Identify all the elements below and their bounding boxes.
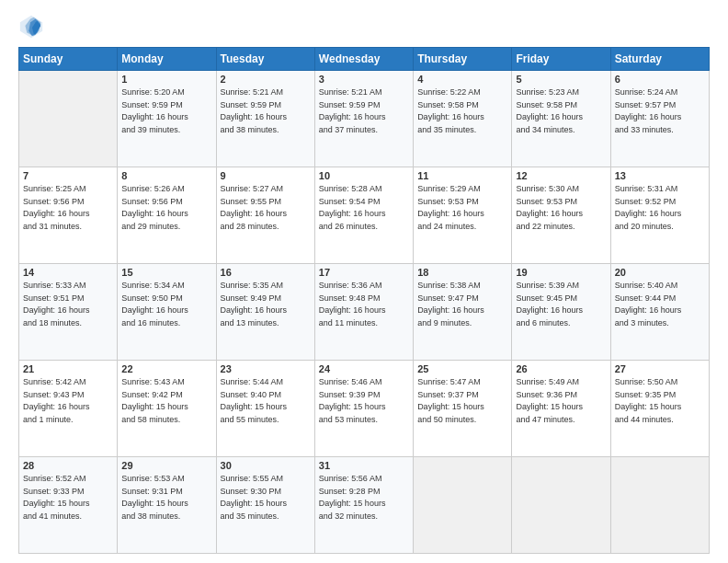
day-number: 9 [221, 170, 311, 181]
day-number: 5 [516, 74, 606, 85]
calendar-cell-3-3: 16Sunrise: 5:35 AM Sunset: 9:49 PM Dayli… [216, 264, 314, 361]
calendar-cell-3-5: 18Sunrise: 5:38 AM Sunset: 9:47 PM Dayli… [414, 264, 512, 361]
calendar-cell-4-7: 27Sunrise: 5:50 AM Sunset: 9:35 PM Dayli… [610, 361, 709, 457]
day-info: Sunrise: 5:36 AM Sunset: 9:48 PM Dayligh… [319, 280, 409, 329]
calendar-cell-1-4: 3Sunrise: 5:21 AM Sunset: 9:59 PM Daylig… [314, 71, 413, 167]
day-info: Sunrise: 5:27 AM Sunset: 9:55 PM Dayligh… [221, 183, 311, 233]
day-info: Sunrise: 5:50 AM Sunset: 9:35 PM Dayligh… [615, 376, 705, 426]
page: SundayMondayTuesdayWednesdayThursdayFrid… [0, 0, 728, 563]
day-number: 15 [121, 267, 211, 278]
day-info: Sunrise: 5:24 AM Sunset: 9:57 PM Dayligh… [615, 86, 705, 136]
day-info: Sunrise: 5:56 AM Sunset: 9:28 PM Dayligh… [319, 473, 409, 523]
day-info: Sunrise: 5:28 AM Sunset: 9:54 PM Dayligh… [319, 183, 409, 233]
calendar-cell-2-1: 7Sunrise: 5:25 AM Sunset: 9:56 PM Daylig… [19, 167, 118, 264]
calendar-cell-1-3: 2Sunrise: 5:21 AM Sunset: 9:59 PM Daylig… [216, 71, 314, 167]
calendar-cell-1-5: 4Sunrise: 5:22 AM Sunset: 9:58 PM Daylig… [414, 71, 512, 167]
day-info: Sunrise: 5:21 AM Sunset: 9:59 PM Dayligh… [221, 86, 311, 136]
calendar-cell-2-7: 13Sunrise: 5:31 AM Sunset: 9:52 PM Dayli… [610, 167, 709, 264]
day-number: 10 [319, 170, 409, 181]
day-info: Sunrise: 5:55 AM Sunset: 9:30 PM Dayligh… [221, 473, 311, 523]
logo-icon [18, 14, 44, 40]
day-number: 1 [121, 74, 211, 85]
calendar-week-row-3: 14Sunrise: 5:33 AM Sunset: 9:51 PM Dayli… [19, 264, 710, 361]
day-number: 22 [121, 363, 211, 374]
day-info: Sunrise: 5:33 AM Sunset: 9:51 PM Dayligh… [23, 280, 113, 329]
day-info: Sunrise: 5:38 AM Sunset: 9:47 PM Dayligh… [417, 280, 507, 329]
day-info: Sunrise: 5:53 AM Sunset: 9:31 PM Dayligh… [121, 473, 211, 523]
calendar-cell-5-3: 30Sunrise: 5:55 AM Sunset: 9:30 PM Dayli… [216, 457, 314, 554]
calendar-cell-1-2: 1Sunrise: 5:20 AM Sunset: 9:59 PM Daylig… [118, 71, 216, 167]
day-info: Sunrise: 5:30 AM Sunset: 9:53 PM Dayligh… [516, 183, 606, 233]
calendar-cell-5-7 [610, 457, 709, 554]
logo [18, 14, 48, 40]
day-number: 31 [319, 460, 409, 471]
calendar-cell-3-1: 14Sunrise: 5:33 AM Sunset: 9:51 PM Dayli… [19, 264, 118, 361]
day-number: 24 [319, 363, 409, 374]
day-number: 21 [23, 363, 113, 374]
day-number: 28 [23, 460, 113, 471]
calendar-week-row-4: 21Sunrise: 5:42 AM Sunset: 9:43 PM Dayli… [19, 361, 710, 457]
day-info: Sunrise: 5:25 AM Sunset: 9:56 PM Dayligh… [23, 183, 113, 233]
day-number: 7 [23, 170, 113, 181]
day-info: Sunrise: 5:22 AM Sunset: 9:58 PM Dayligh… [417, 86, 507, 136]
calendar-cell-1-6: 5Sunrise: 5:23 AM Sunset: 9:58 PM Daylig… [512, 71, 610, 167]
day-number: 27 [615, 363, 705, 374]
weekday-header-row: SundayMondayTuesdayWednesdayThursdayFrid… [19, 48, 710, 71]
calendar-cell-2-5: 11Sunrise: 5:29 AM Sunset: 9:53 PM Dayli… [414, 167, 512, 264]
calendar-cell-2-4: 10Sunrise: 5:28 AM Sunset: 9:54 PM Dayli… [314, 167, 413, 264]
day-info: Sunrise: 5:29 AM Sunset: 9:53 PM Dayligh… [417, 183, 507, 233]
calendar-cell-2-3: 9Sunrise: 5:27 AM Sunset: 9:55 PM Daylig… [216, 167, 314, 264]
calendar-cell-1-1 [19, 71, 118, 167]
weekday-header-tuesday: Tuesday [216, 48, 314, 71]
calendar-week-row-2: 7Sunrise: 5:25 AM Sunset: 9:56 PM Daylig… [19, 167, 710, 264]
day-number: 8 [121, 170, 211, 181]
day-number: 18 [417, 267, 507, 278]
day-info: Sunrise: 5:31 AM Sunset: 9:52 PM Dayligh… [615, 183, 705, 233]
calendar-week-row-5: 28Sunrise: 5:52 AM Sunset: 9:33 PM Dayli… [19, 457, 710, 554]
day-info: Sunrise: 5:35 AM Sunset: 9:49 PM Dayligh… [221, 280, 311, 329]
day-info: Sunrise: 5:20 AM Sunset: 9:59 PM Dayligh… [121, 86, 211, 136]
calendar-cell-4-4: 24Sunrise: 5:46 AM Sunset: 9:39 PM Dayli… [314, 361, 413, 457]
day-info: Sunrise: 5:23 AM Sunset: 9:58 PM Dayligh… [516, 86, 606, 136]
day-number: 19 [516, 267, 606, 278]
day-number: 11 [417, 170, 507, 181]
day-number: 12 [516, 170, 606, 181]
calendar-cell-5-2: 29Sunrise: 5:53 AM Sunset: 9:31 PM Dayli… [118, 457, 216, 554]
day-number: 4 [417, 74, 507, 85]
day-info: Sunrise: 5:52 AM Sunset: 9:33 PM Dayligh… [23, 473, 113, 523]
day-number: 23 [221, 363, 311, 374]
calendar-cell-4-6: 26Sunrise: 5:49 AM Sunset: 9:36 PM Dayli… [512, 361, 610, 457]
day-number: 6 [615, 74, 705, 85]
day-info: Sunrise: 5:47 AM Sunset: 9:37 PM Dayligh… [417, 376, 507, 426]
calendar-table: SundayMondayTuesdayWednesdayThursdayFrid… [18, 47, 710, 554]
calendar-cell-4-3: 23Sunrise: 5:44 AM Sunset: 9:40 PM Dayli… [216, 361, 314, 457]
calendar-cell-5-4: 31Sunrise: 5:56 AM Sunset: 9:28 PM Dayli… [314, 457, 413, 554]
calendar-cell-5-6 [512, 457, 610, 554]
day-info: Sunrise: 5:21 AM Sunset: 9:59 PM Dayligh… [319, 86, 409, 136]
day-number: 20 [615, 267, 705, 278]
weekday-header-sunday: Sunday [19, 48, 118, 71]
day-number: 29 [121, 460, 211, 471]
day-info: Sunrise: 5:46 AM Sunset: 9:39 PM Dayligh… [319, 376, 409, 426]
day-info: Sunrise: 5:39 AM Sunset: 9:45 PM Dayligh… [516, 280, 606, 329]
calendar-cell-5-1: 28Sunrise: 5:52 AM Sunset: 9:33 PM Dayli… [19, 457, 118, 554]
weekday-header-thursday: Thursday [414, 48, 512, 71]
day-number: 30 [221, 460, 311, 471]
day-number: 26 [516, 363, 606, 374]
day-number: 25 [417, 363, 507, 374]
header [18, 14, 710, 40]
day-number: 17 [319, 267, 409, 278]
calendar-cell-5-5 [414, 457, 512, 554]
calendar-cell-4-1: 21Sunrise: 5:42 AM Sunset: 9:43 PM Dayli… [19, 361, 118, 457]
calendar-week-row-1: 1Sunrise: 5:20 AM Sunset: 9:59 PM Daylig… [19, 71, 710, 167]
calendar-cell-2-2: 8Sunrise: 5:26 AM Sunset: 9:56 PM Daylig… [118, 167, 216, 264]
calendar-cell-1-7: 6Sunrise: 5:24 AM Sunset: 9:57 PM Daylig… [610, 71, 709, 167]
day-number: 14 [23, 267, 113, 278]
weekday-header-monday: Monday [118, 48, 216, 71]
day-number: 3 [319, 74, 409, 85]
day-info: Sunrise: 5:42 AM Sunset: 9:43 PM Dayligh… [23, 376, 113, 426]
calendar-cell-3-2: 15Sunrise: 5:34 AM Sunset: 9:50 PM Dayli… [118, 264, 216, 361]
day-info: Sunrise: 5:49 AM Sunset: 9:36 PM Dayligh… [516, 376, 606, 426]
weekday-header-friday: Friday [512, 48, 610, 71]
calendar-cell-4-5: 25Sunrise: 5:47 AM Sunset: 9:37 PM Dayli… [414, 361, 512, 457]
